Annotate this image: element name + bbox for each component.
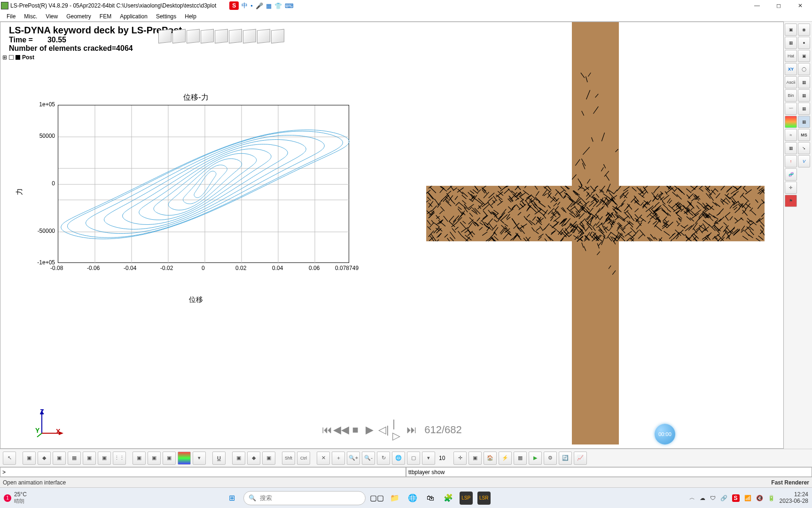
bt-graph-icon[interactable]: 📈 [574, 452, 587, 465]
tool-mat-icon[interactable]: ▦ [785, 142, 797, 154]
checkbox-icon[interactable] [9, 55, 14, 60]
minimize-button[interactable]: — [746, 0, 768, 11]
ime-shirt-icon[interactable]: 👕 [274, 2, 282, 9]
tool-axis-icon[interactable]: ✛ [785, 182, 797, 194]
bt-zoomin-icon[interactable]: 🔍+ [347, 452, 360, 465]
menu-application[interactable]: Application [116, 12, 151, 21]
tree-node-post[interactable]: Post [22, 54, 34, 61]
tool-sphere-icon[interactable]: ◯ [798, 63, 810, 75]
bt-axes-icon[interactable]: ✛ [453, 452, 467, 465]
bt-globe-icon[interactable]: 🌐 [392, 452, 405, 465]
taskbar-clock[interactable]: 12:24 2023-06-28 [780, 492, 808, 504]
bt-u-icon[interactable]: U [212, 452, 226, 465]
model-tree[interactable]: ⊞ Post [2, 54, 34, 61]
tray-battery-icon[interactable]: 🔋 [768, 495, 775, 501]
tool-cube-icon[interactable]: ▣ [785, 24, 797, 36]
tool-part-icon[interactable]: ▦ [785, 37, 797, 49]
play-button[interactable]: ▶ [364, 425, 375, 435]
menu-fem[interactable]: FEM [96, 12, 115, 21]
view-back-icon[interactable] [187, 29, 200, 44]
tray-cloud-icon[interactable]: ☁ [700, 495, 705, 501]
bt-wire4-icon[interactable]: ▦ [68, 452, 81, 465]
menu-help[interactable]: Help [181, 12, 200, 21]
bt-zoomout-icon[interactable]: 🔍- [362, 452, 375, 465]
view-right-icon[interactable] [215, 29, 228, 44]
bt-wire5-icon[interactable]: ▣ [83, 452, 96, 465]
explorer-icon[interactable]: 📁 [388, 492, 401, 505]
view-bottom-icon[interactable] [243, 29, 256, 44]
taskview-icon[interactable]: ▢▢ [370, 492, 383, 505]
bt-shade1-icon[interactable]: ▣ [133, 452, 146, 465]
bt-select-icon[interactable]: ↖ [3, 452, 16, 465]
bt-box2-icon[interactable]: ◆ [247, 452, 260, 465]
ime-lang[interactable]: 中 [242, 1, 248, 10]
tray-wifi-icon[interactable]: 📶 [744, 495, 751, 501]
bt-clear-icon[interactable]: ✕ [317, 452, 330, 465]
ime-widget[interactable]: S 中 • 🎤 ▦ 👕 ⌨ [229, 1, 294, 10]
tool-vec-icon[interactable]: ↑ [785, 155, 797, 167]
menu-view[interactable]: View [42, 12, 62, 21]
bt-refresh-icon[interactable]: 🔄 [559, 452, 572, 465]
bt-dropdown-icon[interactable]: ▾ [193, 452, 206, 465]
tool-hat-icon[interactable]: Hat [785, 50, 797, 62]
tray-sogou-icon[interactable]: S [732, 494, 740, 502]
menu-misc[interactable]: Misc. [20, 12, 41, 21]
bt-home-icon[interactable]: 🏠 [484, 452, 497, 465]
stop-button[interactable]: ■ [350, 425, 360, 435]
tool-tree-icon[interactable]: 🧬 [785, 168, 797, 181]
tray-volume-icon[interactable]: 🔇 [756, 495, 763, 501]
tool-grid-icon[interactable]: ▦ [798, 76, 810, 88]
tray-link-icon[interactable]: 🔗 [720, 495, 727, 501]
taskbar-search[interactable]: 🔍 搜索 [243, 491, 366, 505]
prev-frame-button[interactable]: ◀◀ [336, 425, 346, 435]
bt-box3-icon[interactable]: ▣ [262, 452, 275, 465]
tool-ascii-icon[interactable]: Ascii [785, 76, 797, 88]
bt-wire7-icon[interactable]: ⋮⋮ [113, 452, 126, 465]
edge-icon[interactable]: 🌐 [406, 492, 419, 505]
tool-render-icon[interactable]: ◉ [798, 24, 810, 36]
app1-icon[interactable]: 🧩 [442, 492, 455, 505]
bt-cube-icon[interactable]: ▣ [468, 452, 482, 465]
tool-mesh-icon[interactable]: ▦ [798, 103, 810, 115]
tool-curve-icon[interactable]: 〰 [785, 103, 797, 115]
timer-bubble[interactable]: 00:00 [655, 424, 675, 444]
view-left-icon[interactable] [201, 29, 214, 44]
maximize-button[interactable]: ◻ [768, 0, 789, 11]
view-top-icon[interactable] [229, 29, 242, 44]
last-frame-button[interactable]: ⏭ [406, 425, 417, 435]
bt-gear-icon[interactable]: ⚙ [544, 452, 557, 465]
tool-arrow-icon[interactable]: ➘ [798, 142, 810, 154]
cmd-input-right[interactable] [406, 467, 812, 477]
cmd-input-left[interactable] [0, 467, 406, 477]
menu-file[interactable]: File [3, 12, 19, 21]
tool-grid3-icon[interactable]: ▦ [798, 116, 810, 128]
bt-shade3-icon[interactable]: ▣ [163, 452, 176, 465]
view-iso-icon[interactable] [158, 29, 172, 44]
bt-ctrl-icon[interactable]: Ctrl [297, 452, 310, 465]
tray-security-icon[interactable]: 🛡 [710, 495, 716, 501]
start-icon[interactable]: ⊞ [226, 492, 239, 505]
store-icon[interactable]: 🛍 [424, 492, 437, 505]
view-ortho-icon[interactable] [271, 29, 284, 44]
tool-ms-icon[interactable]: MS [798, 129, 810, 141]
bt-wire3-icon[interactable]: ▣ [53, 452, 66, 465]
ime-keyboard-icon[interactable]: ⌨ [285, 2, 294, 9]
step-fwd-button[interactable]: |▷ [392, 425, 403, 435]
bt-shade2-icon[interactable]: ▣ [148, 452, 161, 465]
bt-dd2-icon[interactable]: ▾ [422, 452, 435, 465]
bt-plus-icon[interactable]: ＋ [332, 452, 345, 465]
sogou-icon[interactable]: S [229, 1, 239, 10]
bt-rotate-icon[interactable]: ↻ [377, 452, 390, 465]
lsp-icon[interactable]: LSP [460, 492, 473, 505]
tool-grid2-icon[interactable]: ▦ [798, 89, 810, 102]
expand-icon[interactable]: ⊞ [2, 54, 7, 61]
lsr-icon[interactable]: LSR [477, 492, 491, 505]
tool-binout-icon[interactable]: Bin [785, 89, 797, 102]
bt-fringe-icon[interactable] [178, 452, 191, 465]
tool-cube2-icon[interactable]: ▣ [798, 50, 810, 62]
viewport[interactable]: LS-DYNA keyword deck by LS-PrePost Time … [0, 22, 784, 449]
ime-dot-icon[interactable]: • [250, 2, 253, 9]
close-button[interactable]: ✕ [789, 0, 811, 11]
tool-bar-icon[interactable] [785, 116, 797, 128]
view-front-icon[interactable] [172, 29, 186, 44]
